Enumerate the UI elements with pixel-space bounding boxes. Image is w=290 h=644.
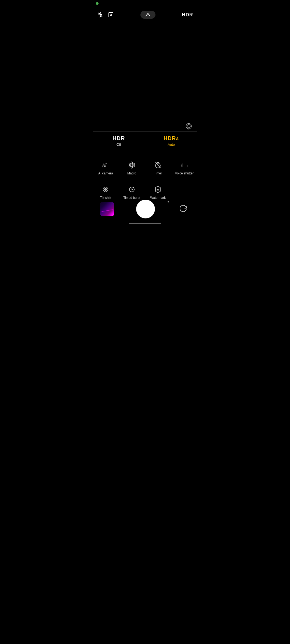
hdr-auto-label: HDRA — [164, 135, 179, 141]
hdr-auto-option[interactable]: HDRA Auto — [145, 131, 198, 150]
bottom-controls — [93, 200, 197, 218]
svg-text:M: M — [157, 188, 159, 192]
svg-text:AI: AI — [102, 163, 107, 168]
hdr-off-sublabel: Off — [117, 142, 121, 147]
ai-camera-option[interactable]: AI AI camera — [93, 156, 119, 180]
tilt-shift-label: Tilt-shift — [100, 196, 111, 200]
timed-burst-label: Timed burst — [123, 196, 140, 200]
svg-point-14 — [131, 166, 133, 168]
status-bar — [96, 2, 194, 5]
camera-options-grid: AI AI camera Macro — [93, 156, 197, 204]
watermark-icon: M — [154, 185, 162, 194]
macro-icon — [128, 161, 136, 169]
svg-rect-1 — [109, 13, 113, 17]
svg-point-2 — [110, 14, 112, 16]
camera-viewfinder — [93, 0, 197, 131]
voice-shutter-label: Voice shutter — [175, 171, 194, 175]
hdr-mode-label: HDR — [182, 12, 193, 18]
svg-point-11 — [131, 162, 133, 164]
svg-point-30 — [105, 189, 106, 190]
macro-label: Macro — [127, 171, 136, 175]
tilt-shift-icon — [101, 185, 110, 194]
timed-burst-icon — [128, 185, 136, 194]
gallery-thumb-image — [100, 202, 114, 216]
voice-shutter-option[interactable]: Voice shutter — [171, 156, 198, 180]
top-left-icons — [97, 12, 114, 18]
top-controls: HDR — [93, 11, 197, 19]
flash-toggle-button[interactable] — [97, 12, 103, 18]
home-indicator — [129, 223, 161, 224]
svg-point-4 — [187, 125, 190, 128]
timer-label: Timer — [154, 171, 162, 175]
rotate-camera-button[interactable] — [177, 203, 190, 215]
hdr-off-label: HDR — [113, 135, 125, 141]
macro-option[interactable]: Macro — [119, 156, 145, 180]
hdr-auto-sublabel: Auto — [168, 142, 175, 147]
shutter-button[interactable] — [136, 200, 155, 218]
expand-button[interactable] — [140, 11, 155, 19]
ai-camera-icon: AI — [101, 161, 110, 169]
focus-button[interactable] — [108, 12, 114, 18]
status-dot — [96, 2, 99, 5]
ai-camera-label: AI camera — [98, 171, 113, 175]
hdr-off-option[interactable]: HDR Off — [93, 131, 145, 150]
lens-settings-icon[interactable] — [184, 122, 193, 131]
voice-shutter-icon — [180, 161, 189, 169]
timer-icon — [154, 161, 162, 169]
gallery-thumbnail[interactable] — [100, 202, 114, 216]
timer-option[interactable]: Timer — [145, 156, 171, 180]
watermark-label: Watermark — [150, 196, 166, 200]
svg-point-3 — [186, 123, 191, 129]
hdr-options-panel: HDR Off HDRA Auto — [93, 131, 197, 150]
